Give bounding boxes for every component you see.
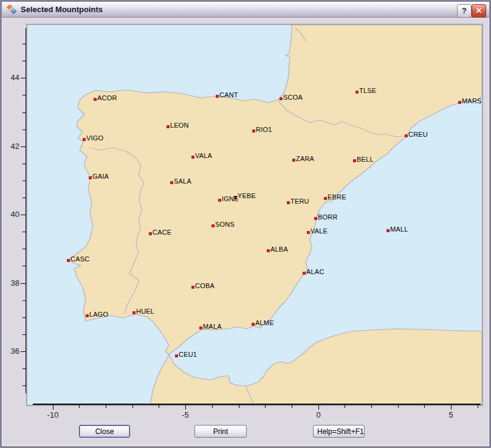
y-tick <box>21 283 26 284</box>
x-tick <box>451 405 452 410</box>
station-label-VALA: VALA <box>195 152 212 159</box>
station-label-MALL: MALL <box>390 226 408 233</box>
print-button[interactable]: Print <box>194 425 247 438</box>
x-tick <box>265 405 266 408</box>
station-label-SONS: SONS <box>215 221 235 228</box>
x-tick-label: 0 <box>306 410 331 419</box>
station-label-HUEL: HUEL <box>136 308 154 315</box>
close-button[interactable]: Close <box>79 425 130 438</box>
y-tick <box>22 317 26 318</box>
x-tick <box>79 405 80 408</box>
y-tick-label: 42 <box>4 142 19 151</box>
station-label-ZARA: ZARA <box>296 155 314 162</box>
station-marker-MALA <box>199 326 202 329</box>
station-marker-CASC <box>67 259 70 262</box>
station-label-CEU1: CEU1 <box>179 351 197 358</box>
x-tick <box>478 405 478 408</box>
y-tick-label: 44 <box>4 73 19 83</box>
x-tick <box>345 405 345 408</box>
station-marker-BORR <box>314 217 317 220</box>
y-tick <box>22 232 26 232</box>
station-marker-COBA <box>191 286 194 289</box>
y-tick <box>22 95 26 95</box>
x-tick-label: -10 <box>41 410 65 419</box>
y-tick <box>22 198 26 198</box>
station-label-SCOA: SCOA <box>283 94 303 101</box>
station-label-VIGO: VIGO <box>86 134 103 142</box>
station-marker-ZARA <box>292 159 295 162</box>
y-tick-label: 40 <box>4 210 19 219</box>
station-label-RIO1: RIO1 <box>256 126 272 133</box>
station-marker-VALE <box>307 231 310 234</box>
station-marker-VIGO <box>83 138 86 141</box>
y-tick <box>22 44 26 44</box>
dialog-window: Selected Mountpoints ? ✕ ACORCANTS <box>0 0 491 448</box>
station-marker-ACOR <box>94 98 97 101</box>
station-marker-CEU1 <box>175 354 178 357</box>
station-marker-SALA <box>170 181 173 184</box>
x-tick <box>53 405 53 410</box>
station-marker-VALA <box>191 156 194 159</box>
station-label-ACOR: ACOR <box>97 94 117 102</box>
help-button[interactable]: Help=Shift+F1 <box>313 425 365 438</box>
y-tick <box>22 249 26 249</box>
x-tick <box>106 405 106 408</box>
map-plot: ACORCANTSCOATLSEMARSLEONRIO1CREUVIGOVALA… <box>26 24 483 406</box>
station-label-LEON: LEON <box>170 122 189 129</box>
y-tick-label: 38 <box>4 278 19 288</box>
station-label-VALE: VALE <box>311 227 328 235</box>
station-label-ALME: ALME <box>255 319 274 326</box>
station-label-CREU: CREU <box>408 131 428 138</box>
title-bar[interactable]: Selected Mountpoints ? ✕ <box>2 2 489 18</box>
station-label-CANT: CANT <box>219 91 238 98</box>
station-label-COBA: COBA <box>195 282 215 289</box>
station-label-MALA: MALA <box>203 323 222 330</box>
x-tick <box>371 405 372 408</box>
x-tick-label: 5 <box>439 410 463 419</box>
station-label-EBRE: EBRE <box>328 193 346 201</box>
station-marker-ALAC <box>303 272 306 275</box>
y-tick <box>22 368 26 369</box>
y-tick <box>21 78 26 78</box>
station-marker-CACE <box>149 232 152 235</box>
y-tick <box>22 266 26 266</box>
x-tick <box>212 405 213 408</box>
y-tick <box>22 164 26 164</box>
x-tick <box>318 405 319 410</box>
titlebar-close-button[interactable]: ✕ <box>472 4 486 18</box>
window-title: Selected Mountpoints <box>21 5 103 14</box>
y-axis-line <box>26 28 26 393</box>
x-tick <box>132 405 133 408</box>
station-label-BELL: BELL <box>357 156 374 163</box>
station-label-BORR: BORR <box>318 213 338 221</box>
y-tick <box>22 112 26 113</box>
y-tick <box>21 146 26 147</box>
station-label-YEBE: YEBE <box>238 192 256 199</box>
x-tick <box>185 405 186 410</box>
station-marker-CREU <box>405 134 408 137</box>
station-label-CASC: CASC <box>70 255 89 263</box>
x-axis-line <box>33 404 481 405</box>
station-marker-RIO1 <box>252 129 255 133</box>
app-icon <box>7 4 17 15</box>
station-marker-GAIA <box>89 176 92 179</box>
station-label-TLSE: TLSE <box>359 87 376 94</box>
station-label-ALAC: ALAC <box>306 268 324 275</box>
station-marker-LEON <box>167 125 170 128</box>
station-marker-MARS <box>458 101 461 104</box>
station-label-SALA: SALA <box>174 177 191 185</box>
station-marker-SCOA <box>280 97 283 100</box>
station-marker-TERU <box>287 201 290 204</box>
x-tick <box>239 405 239 408</box>
x-tick <box>398 405 399 408</box>
x-tick <box>292 405 292 408</box>
station-label-ALBA: ALBA <box>270 246 288 253</box>
station-marker-HUEL <box>132 311 136 314</box>
station-label-LAGO: LAGO <box>89 311 108 318</box>
station-label-TERU: TERU <box>290 198 309 205</box>
station-marker-SONS <box>211 224 215 227</box>
station-marker-EBRE <box>324 197 327 200</box>
titlebar-help-button[interactable]: ? <box>457 4 472 18</box>
station-label-MARS: MARS <box>462 97 482 105</box>
station-label-CACE: CACE <box>153 229 171 236</box>
